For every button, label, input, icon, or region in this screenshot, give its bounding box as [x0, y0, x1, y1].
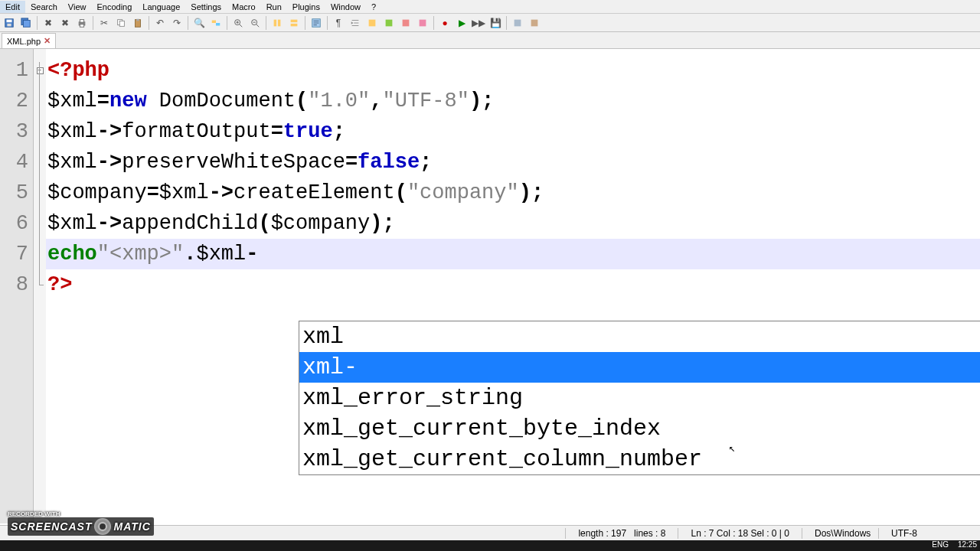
svg-rect-13 — [216, 23, 220, 26]
autocomplete-popup: xml xml- xml_error_string xml_get_curren… — [299, 321, 980, 475]
print-icon[interactable] — [74, 15, 90, 31]
code-line[interactable]: <?php — [46, 55, 980, 86]
tray-time[interactable]: 12:25 — [958, 540, 977, 549]
watermark: RECORDED WITH SCREENCAST MATIC — [8, 510, 154, 536]
svg-rect-33 — [386, 19, 393, 26]
code-area[interactable]: <?php $xml=new DomDocument("1.0","UTF-8"… — [46, 49, 980, 523]
code-line[interactable]: $company=$xml->createElement("company"); — [46, 178, 980, 208]
tb-btn-b[interactable] — [381, 15, 397, 31]
menu-encoding[interactable]: Encoding — [91, 1, 137, 13]
save-all-icon[interactable] — [18, 15, 34, 31]
watermark-recorded: RECORDED WITH — [8, 510, 154, 517]
menu-language[interactable]: Language — [137, 1, 185, 13]
svg-rect-22 — [278, 19, 281, 26]
tab-close-icon[interactable]: ✕ — [44, 36, 51, 46]
macro-save-icon[interactable]: 💾 — [488, 15, 503, 31]
sync-h-icon[interactable] — [286, 15, 302, 31]
paste-icon[interactable] — [130, 15, 145, 31]
menu-help[interactable]: ? — [366, 1, 381, 13]
tb-btn-e[interactable] — [510, 15, 525, 31]
svg-rect-4 — [24, 20, 31, 27]
menu-run[interactable]: Run — [261, 1, 287, 13]
menu-view[interactable]: View — [63, 1, 92, 13]
svg-line-15 — [240, 24, 243, 27]
code-line[interactable]: $xml->formatOutput=true; — [46, 116, 980, 147]
status-position: Ln : 7 Col : 18 Sel : 0 | 0 — [678, 528, 802, 539]
cut-icon[interactable]: ✂ — [96, 15, 112, 31]
menu-macro[interactable]: Macro — [227, 1, 261, 13]
svg-rect-21 — [274, 19, 277, 26]
menu-window[interactable]: Window — [325, 1, 366, 13]
toolbar-separator — [227, 16, 227, 30]
svg-rect-6 — [80, 19, 83, 22]
toolbar-separator — [433, 16, 434, 30]
sync-v-icon[interactable] — [270, 15, 285, 31]
toolbar-separator — [37, 16, 38, 30]
code-line[interactable]: $xml->appendChild($company); — [46, 208, 980, 239]
code-line[interactable]: echo"<xmp>".$xml- — [46, 239, 980, 269]
status-length: length : 197 lines : 8 — [565, 528, 678, 539]
svg-rect-35 — [420, 19, 426, 26]
zoom-in-icon[interactable] — [230, 15, 246, 31]
tray-language[interactable]: ENG — [932, 540, 949, 549]
toolbar-separator — [188, 16, 188, 30]
menu-plugins[interactable]: Plugins — [287, 1, 325, 13]
system-tray: ENG 12:25 — [932, 540, 977, 549]
svg-rect-12 — [212, 20, 216, 23]
find-icon[interactable]: 🔍 — [191, 15, 207, 31]
tb-btn-c[interactable] — [398, 15, 413, 31]
zoom-out-icon[interactable] — [247, 15, 263, 31]
menu-edit[interactable]: Edit — [0, 1, 25, 13]
watermark-logo: SCREENCAST MATIC — [8, 517, 154, 536]
save-icon[interactable] — [2, 15, 17, 31]
menu-bar: Edit Search View Encoding Language Setti… — [0, 0, 980, 14]
code-line[interactable]: $xml=new DomDocument("1.0","UTF-8"); — [46, 86, 980, 116]
toolbar-separator — [266, 16, 266, 30]
undo-icon[interactable]: ↶ — [152, 15, 168, 31]
autocomplete-item[interactable]: xml- — [299, 352, 980, 383]
autocomplete-item[interactable]: xml_get_current_byte_index — [299, 413, 980, 444]
macro-play-icon[interactable]: ▶ — [454, 15, 469, 31]
line-number: 4 — [0, 147, 33, 178]
watermark-circle-icon — [94, 518, 111, 535]
autocomplete-item[interactable]: xml — [299, 321, 980, 352]
macro-record-icon[interactable]: ● — [437, 15, 452, 31]
redo-icon[interactable]: ↷ — [169, 15, 185, 31]
svg-line-19 — [256, 24, 260, 27]
svg-rect-9 — [119, 21, 124, 26]
tb-btn-d[interactable] — [415, 15, 430, 31]
mouse-cursor-icon: ↖ — [729, 442, 735, 455]
svg-rect-24 — [291, 23, 298, 26]
svg-rect-34 — [403, 19, 410, 26]
indent-icon[interactable] — [348, 15, 363, 31]
taskbar: ENG 12:25 — [0, 540, 980, 551]
replace-icon[interactable] — [208, 15, 224, 31]
macro-stop-icon[interactable]: ▶▶ — [471, 15, 486, 31]
svg-rect-2 — [7, 23, 11, 26]
code-line[interactable]: $xml->preserveWhiteSpace=false; — [46, 147, 980, 178]
svg-rect-32 — [369, 19, 376, 26]
line-number: 1 — [0, 55, 33, 86]
copy-icon[interactable] — [113, 15, 129, 31]
show-chars-icon[interactable]: ¶ — [331, 15, 346, 31]
toolbar-separator — [327, 16, 328, 30]
autocomplete-item[interactable]: xml_error_string — [299, 383, 980, 413]
editor[interactable]: 1 2 3 4 5 6 7 8 − <?php $xml=new DomDocu… — [0, 49, 980, 523]
line-number: 6 — [0, 208, 33, 239]
autocomplete-item[interactable]: xml_get_current_column_number — [299, 444, 980, 474]
line-number-gutter: 1 2 3 4 5 6 7 8 — [0, 49, 34, 523]
code-line[interactable]: ?> — [46, 269, 980, 300]
close-all-icon[interactable]: ✖ — [57, 15, 73, 31]
toolbar-separator — [305, 16, 305, 30]
tab-file[interactable]: XML.php ✕ — [2, 33, 56, 48]
toolbar: ✖ ✖ ✂ ↶ ↷ 🔍 ¶ ● ▶ ▶▶ 💾 — [0, 14, 980, 32]
wordwrap-icon[interactable] — [309, 15, 324, 31]
status-encoding: UTF-8 — [878, 528, 955, 539]
tb-btn-f[interactable] — [527, 15, 542, 31]
menu-settings[interactable]: Settings — [185, 1, 227, 13]
tb-btn-a[interactable] — [364, 15, 380, 31]
fold-collapse-icon[interactable]: − — [37, 67, 44, 74]
menu-search[interactable]: Search — [25, 1, 63, 13]
line-number: 7 — [0, 239, 33, 269]
close-icon[interactable]: ✖ — [41, 15, 56, 31]
